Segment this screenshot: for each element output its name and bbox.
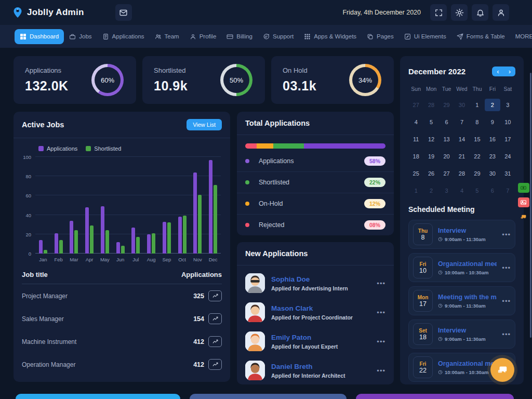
meeting-title-link[interactable]: Meeting with the manager (438, 294, 497, 301)
calendar-day[interactable]: 1 (470, 99, 485, 111)
applicant-name-link[interactable]: Emily Paton (271, 334, 370, 341)
applicant-name-link[interactable]: Mason Clark (271, 304, 370, 312)
calendar-day[interactable]: 21 (454, 150, 469, 163)
header-date: Friday, 4th December 2020 (342, 9, 421, 16)
settings-button[interactable] (451, 4, 468, 21)
job-trend-button[interactable] (208, 359, 222, 370)
row-menu-button[interactable]: ••• (502, 231, 511, 238)
applicant-name-link[interactable]: Sophia Doe (271, 275, 370, 283)
edge-tool-button[interactable] (518, 197, 529, 207)
calendar-day[interactable]: 18 (408, 150, 423, 163)
calendar-day[interactable]: 25 (408, 167, 423, 180)
calendar-prev-button[interactable]: ‹ (492, 66, 503, 76)
calendar-day[interactable]: 8 (470, 116, 485, 128)
calendar-day[interactable]: 22 (470, 150, 485, 163)
envelope-icon (119, 8, 128, 17)
calendar-day[interactable]: 29 (470, 167, 485, 180)
nav-item[interactable]: Apps & Widgets (299, 29, 362, 44)
row-menu-button[interactable]: ••• (377, 280, 385, 287)
calendar-day[interactable]: 2 (485, 99, 500, 111)
list-item: On-Hold 12% (237, 193, 394, 214)
meeting-title-link[interactable]: Interview (438, 227, 497, 234)
calendar-day[interactable]: 23 (485, 150, 500, 163)
nav-item[interactable]: Profile (184, 29, 222, 44)
nav-item[interactable]: Pages (362, 29, 399, 44)
job-trend-button[interactable] (208, 313, 222, 324)
profile-button[interactable] (493, 4, 509, 21)
edge-tool-button[interactable] (518, 212, 529, 222)
calendar-day[interactable]: 11 (408, 133, 423, 145)
nav-item[interactable]: Ui Elements (399, 29, 451, 44)
meeting-title-link[interactable]: Organizational meeting (438, 260, 497, 268)
nav-item[interactable]: Support (258, 29, 299, 44)
calendar-day[interactable]: 29 (439, 99, 454, 111)
stacked-segment-shortlisted (273, 143, 304, 149)
view-list-button[interactable]: View List (187, 119, 222, 130)
messages-button[interactable] (115, 4, 132, 21)
row-menu-button[interactable]: ••• (502, 264, 511, 272)
bar-shortlisted (136, 237, 140, 254)
calendar-day[interactable]: 13 (439, 133, 454, 145)
calendar-day[interactable]: 9 (485, 116, 500, 128)
send-icon (457, 33, 463, 40)
calendar-day[interactable]: 24 (500, 150, 515, 163)
row-menu-button[interactable]: ••• (377, 338, 385, 345)
clock-icon (438, 237, 443, 242)
calendar-day[interactable]: 19 (423, 150, 438, 163)
meeting-title-link[interactable]: Interview (438, 327, 497, 334)
calendar-day[interactable]: 12 (423, 133, 438, 145)
calendar-day[interactable]: 5 (423, 116, 438, 128)
nav-item[interactable]: Jobs (64, 29, 97, 44)
calendar-day[interactable]: 27 (439, 167, 454, 180)
calendar-day[interactable]: 5 (470, 184, 485, 197)
calendar-day[interactable]: 16 (485, 133, 500, 145)
brand[interactable]: Joblly Admin (12, 6, 84, 19)
calendar-day[interactable]: 3 (500, 99, 515, 111)
calendar-day[interactable]: 31 (500, 167, 515, 180)
calendar-day[interactable]: 6 (485, 184, 500, 197)
nav-item[interactable]: Billing (221, 29, 258, 44)
calendar-day[interactable]: 30 (485, 167, 500, 180)
calendar-day[interactable]: 28 (423, 99, 438, 111)
fullscreen-button[interactable] (430, 4, 447, 21)
scrollbar-thumb[interactable] (530, 73, 531, 338)
meeting-title-link[interactable]: Organizational meeting (438, 360, 497, 367)
nav-item[interactable]: Team (150, 29, 184, 44)
calendar-day[interactable]: 26 (423, 167, 438, 180)
calendar-day[interactable]: 4 (408, 116, 423, 128)
row-menu-button[interactable]: ••• (502, 297, 511, 305)
calendar-next-button[interactable]: › (504, 66, 515, 76)
row-menu-button[interactable]: ••• (377, 309, 385, 316)
calendar-day[interactable]: 3 (439, 184, 454, 197)
nav-item[interactable]: Forms & Table (451, 29, 510, 44)
job-trend-button[interactable] (208, 336, 222, 347)
nav-item[interactable]: Applications (97, 29, 150, 44)
bar-applications (70, 221, 73, 254)
calendar-day[interactable]: 1 (408, 184, 423, 197)
calendar-day[interactable]: 30 (454, 99, 469, 111)
nav-item[interactable]: Dashboard (15, 29, 64, 44)
nav-item[interactable]: MORE (510, 29, 532, 44)
calendar-day[interactable]: 10 (500, 116, 515, 128)
calendar-day[interactable]: 7 (500, 184, 515, 197)
calendar-day[interactable]: 15 (470, 133, 485, 145)
calendar-day[interactable]: 2 (423, 184, 438, 197)
calendar-day[interactable]: 28 (454, 167, 469, 180)
notifications-button[interactable] (472, 4, 488, 21)
calendar-day[interactable]: 27 (408, 99, 423, 111)
edge-tool-button[interactable] (518, 183, 529, 193)
calendar-day[interactable]: 14 (454, 133, 469, 145)
chat-fab-button[interactable] (490, 358, 514, 382)
row-menu-button[interactable]: ••• (377, 367, 385, 375)
job-trend-button[interactable] (208, 290, 222, 301)
calendar-day[interactable]: 20 (439, 150, 454, 163)
applicant-name-link[interactable]: Daniel Breth (271, 363, 370, 370)
bar-shortlisted (74, 230, 78, 254)
calendar-day[interactable]: 6 (439, 116, 454, 128)
apps-icon (304, 33, 311, 40)
calendar-day[interactable]: 7 (454, 116, 469, 128)
nav-item-label: Support (273, 33, 294, 39)
calendar-day[interactable]: 4 (454, 184, 469, 197)
calendar-day[interactable]: 17 (500, 133, 515, 145)
row-menu-button[interactable]: ••• (502, 330, 511, 338)
